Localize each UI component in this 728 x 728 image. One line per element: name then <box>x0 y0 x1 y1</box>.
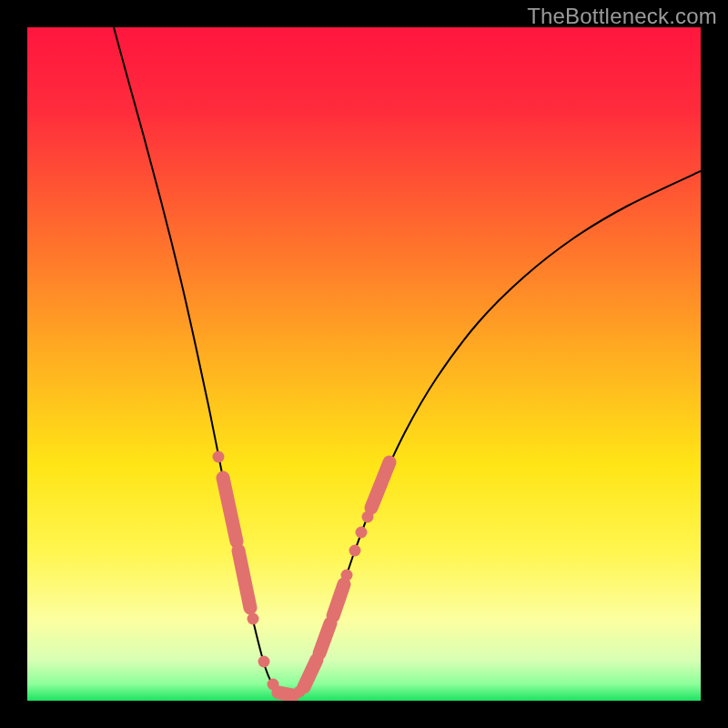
marker-capsule <box>333 584 344 616</box>
marker-dot <box>258 656 270 668</box>
marker-capsule <box>304 660 317 687</box>
watermark-text: TheBottleneck.com <box>527 4 717 29</box>
bottleneck-curve <box>114 27 701 696</box>
marker-capsule <box>278 693 293 695</box>
curve-layer <box>27 27 701 701</box>
marker-dot <box>268 679 279 691</box>
curve-markers <box>213 451 390 698</box>
marker-capsule <box>238 551 250 608</box>
marker-dot <box>356 527 368 539</box>
marker-dot <box>213 451 225 463</box>
marker-dot <box>294 686 306 698</box>
marker-capsule <box>223 478 237 541</box>
chart-frame: TheBottleneck.com <box>0 0 728 728</box>
marker-dot <box>341 570 353 581</box>
marker-dot <box>362 511 374 523</box>
marker-dot <box>349 545 361 557</box>
marker-capsule <box>371 462 389 508</box>
marker-capsule <box>319 623 330 653</box>
plot-area <box>27 27 701 701</box>
marker-dot <box>248 613 259 625</box>
